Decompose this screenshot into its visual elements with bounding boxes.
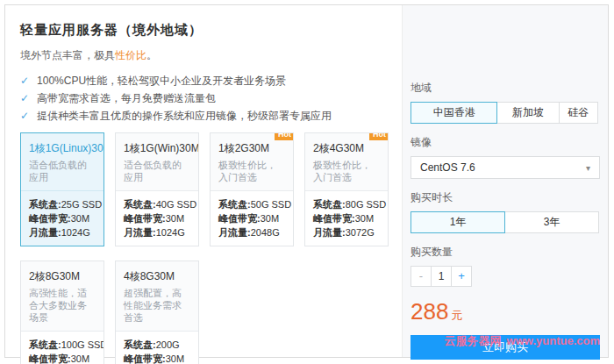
plan-name: 2核8G30M: [29, 270, 96, 282]
price-unit: 元: [451, 309, 462, 322]
plan-spec-bandwidth: 峰值带宽:30M: [29, 352, 96, 364]
duration-label: 购买时长: [411, 190, 600, 205]
subtitle-highlight: 性价比: [115, 49, 146, 61]
plan-name: 1核1G(Win)30M: [124, 142, 190, 154]
price-value: 288: [411, 298, 448, 325]
quantity-increase-button[interactable]: +: [451, 266, 472, 287]
region-selector: 中国香港 新加坡 硅谷: [411, 102, 600, 124]
plan-spec-traffic: 月流量:1024G: [124, 225, 190, 239]
quantity-stepper: - 1 +: [411, 266, 600, 287]
product-subtitle: 境外节点丰富，极具性价比。: [20, 48, 393, 63]
quantity-decrease-button[interactable]: -: [411, 266, 432, 287]
config-sidebar: 地域 中国香港 新加坡 硅谷 镜像 CentOS 7.6 ▾ 购买时长 1年 3…: [402, 5, 608, 357]
plan-specs: 系统盘:80G SSD 峰值带宽:30M 月流量:3072G: [305, 191, 388, 246]
plan-spec-traffic: 月流量:1024G: [29, 225, 96, 239]
plan-desc: 超强配置，高性能业务需求首选: [124, 287, 190, 324]
region-option-singapore[interactable]: 新加坡: [496, 102, 559, 124]
duration-group: 购买时长 1年 3年: [411, 190, 600, 233]
plan-spec-traffic: 月流量:3072G: [313, 225, 380, 239]
plan-desc: 极致性价比，入门首选: [313, 159, 380, 183]
plan-spec-disk: 系统盘:40G SSD: [124, 197, 190, 211]
plan-spec-traffic: 月流量:2048G: [218, 225, 285, 239]
plan-desc: 适合低负载的应用: [29, 159, 96, 183]
plan-card-2c4g[interactable]: Hot 2核4G30M 极致性价比，入门首选 系统盘:80G SSD 峰值带宽:…: [304, 132, 389, 246]
page-title: 轻量应用服务器（境外地域）: [20, 22, 393, 39]
image-group: 镜像 CentOS 7.6 ▾: [411, 135, 600, 179]
plan-name: 1核1G(Linux)30M: [29, 142, 96, 154]
quantity-value[interactable]: 1: [431, 266, 452, 287]
duration-selector: 1年 3年: [411, 211, 600, 233]
plan-spec-bandwidth: 峰值带宽:30M: [124, 352, 190, 364]
image-select-value: CentOS 7.6: [420, 161, 475, 174]
plan-spec-bandwidth: 峰值带宽:30M: [313, 211, 380, 225]
region-option-siliconvalley[interactable]: 硅谷: [559, 102, 598, 124]
region-option-hongkong[interactable]: 中国香港: [411, 102, 497, 124]
plan-card-header: 2核8G30M 高强性能，适合大多数业务场景: [21, 261, 104, 331]
watermark: 云服务器网www.yuntue.com: [445, 333, 600, 349]
feature-item: ✓ 高带宽需求首选，每月免费赠送流量包: [20, 92, 393, 104]
plan-grid: 1核1G(Linux)30M 适合低负载的应用 系统盘:25G SSD 峰值带宽…: [20, 127, 389, 364]
plan-desc: 极致性价比，入门首选: [218, 159, 285, 183]
check-icon: ✓: [20, 92, 29, 104]
plan-card-header: 1核2G30M 极致性价比，入门首选: [211, 133, 293, 190]
plan-card-2c8g[interactable]: 2核8G30M 高强性能，适合大多数业务场景 系统盘:100G SSD 峰值带宽…: [20, 261, 104, 364]
feature-item: ✓ 100%CPU性能，轻松驾驭中小企业及开发者业务场景: [20, 75, 393, 87]
image-label: 镜像: [411, 135, 600, 150]
chevron-down-icon: ▾: [586, 163, 590, 173]
plan-specs: 系统盘:50G SSD 峰值带宽:30M 月流量:2048G: [211, 191, 293, 246]
plan-spec-bandwidth: 峰值带宽:30M: [218, 211, 285, 225]
quantity-group: 购买数量 - 1 +: [411, 245, 600, 287]
plan-spec-bandwidth: 峰值带宽:30M: [29, 211, 96, 225]
plan-specs: 系统盘:25G SSD 峰值带宽:30M 月流量:1024G: [21, 191, 104, 246]
plan-specs: 系统盘:200G 峰值带宽:30M 月流量:5120G: [116, 332, 198, 364]
plan-spec-disk: 系统盘:80G SSD: [313, 197, 380, 211]
feature-text: 100%CPU性能，轻松驾驭中小企业及开发者业务场景: [37, 75, 286, 87]
price: 288元: [411, 299, 600, 324]
feature-text: 高带宽需求首选，每月免费赠送流量包: [37, 92, 216, 104]
plan-card-4c8g[interactable]: 4核8G30M 超强配置，高性能业务需求首选 系统盘:200G 峰值带宽:30M…: [115, 261, 199, 364]
plan-card-1c1g-linux[interactable]: 1核1G(Linux)30M 适合低负载的应用 系统盘:25G SSD 峰值带宽…: [20, 132, 104, 246]
region-group: 地域 中国香港 新加坡 硅谷: [411, 81, 600, 124]
plan-card-header: 4核8G30M 超强配置，高性能业务需求首选: [116, 261, 198, 331]
plan-specs: 系统盘:100G SSD 峰值带宽:30M 月流量:4096G: [21, 332, 104, 364]
plan-card-header: 1核1G(Win)30M 适合低负载的应用: [116, 133, 198, 190]
plan-spec-disk: 系统盘:25G SSD: [29, 197, 96, 211]
plan-spec-bandwidth: 峰值带宽:30M: [124, 211, 190, 225]
plan-card-header: 2核4G30M 极致性价比，入门首选: [305, 133, 388, 190]
feature-text: 提供种类丰富且优质的操作系统和应用镜像，秒级部署专属应用: [37, 110, 332, 122]
plan-desc: 适合低负载的应用: [124, 159, 190, 183]
duration-option-3year[interactable]: 3年: [504, 211, 599, 233]
duration-option-1year[interactable]: 1年: [411, 211, 505, 233]
plan-spec-disk: 系统盘:50G SSD: [218, 197, 285, 211]
product-section: 轻量应用服务器（境外地域） 境外节点丰富，极具性价比。 ✓ 100%CPU性能，…: [5, 5, 402, 357]
check-icon: ✓: [20, 75, 29, 87]
plan-name: 4核8G30M: [124, 270, 190, 282]
watermark-site-name: 云服务器网: [445, 334, 502, 347]
plan-spec-disk: 系统盘:200G: [124, 338, 190, 352]
feature-item: ✓ 提供种类丰富且优质的操作系统和应用镜像，秒级部署专属应用: [20, 110, 393, 122]
plan-specs: 系统盘:40G SSD 峰值带宽:30M 月流量:1024G: [116, 191, 198, 246]
hot-badge: Hot: [275, 132, 294, 140]
region-label: 地域: [411, 81, 600, 96]
quantity-label: 购买数量: [411, 245, 600, 260]
purchase-panel: 轻量应用服务器（境外地域） 境外节点丰富，极具性价比。 ✓ 100%CPU性能，…: [4, 4, 609, 358]
watermark-url: www.yuntue.com: [507, 334, 600, 347]
plan-name: 1核2G30M: [218, 142, 285, 154]
plan-card-1c1g-win[interactable]: 1核1G(Win)30M 适合低负载的应用 系统盘:40G SSD 峰值带宽:3…: [115, 132, 199, 246]
plan-card-1c2g[interactable]: Hot 1核2G30M 极致性价比，入门首选 系统盘:50G SSD 峰值带宽:…: [210, 132, 294, 246]
plan-spec-disk: 系统盘:100G SSD: [29, 338, 96, 352]
plan-desc: 高强性能，适合大多数业务场景: [29, 287, 96, 324]
plan-name: 2核4G30M: [313, 142, 380, 154]
image-select[interactable]: CentOS 7.6 ▾: [411, 156, 600, 179]
check-icon: ✓: [20, 110, 29, 122]
plan-card-header: 1核1G(Linux)30M 适合低负载的应用: [21, 133, 104, 190]
hot-badge: Hot: [369, 132, 389, 140]
